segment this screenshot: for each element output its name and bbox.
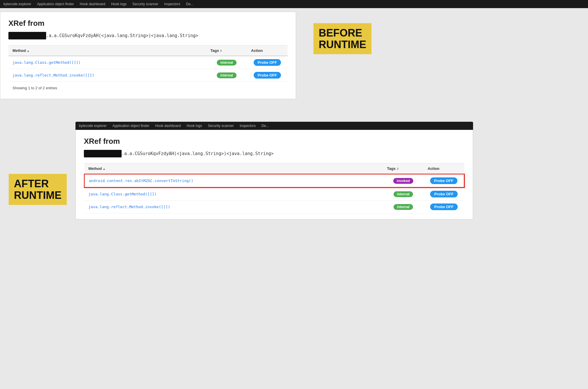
tag-badge: internal: [217, 72, 236, 78]
after-panel-content: XRef from .a.a.CGSuroKqvFzdyAH(<java.lan…: [76, 130, 473, 219]
before-method-signature: .a.a.CGSuroKqvFzdyAH(<java.lang.String>)…: [8, 32, 288, 39]
after-panel: XRef from .a.a.CGSuroKqvFzdyAH(<java.lan…: [75, 130, 473, 219]
before-table: Method Tags Action java.lang.Class.getMe…: [8, 45, 288, 82]
before-method-text: .a.a.CGSuroKqvFzdyAH(<java.lang.String>)…: [46, 33, 198, 38]
method-cell: android.content.res.abItMZGC.convertToSt…: [84, 174, 383, 188]
before-panel-content: XRef from .a.a.CGSuroKqvFzdyAH(<java.lan…: [0, 12, 296, 99]
before-showing-text: Showing 1 to 2 of 2 entries: [8, 82, 288, 93]
after-nav-hook-logs[interactable]: Hook logs: [187, 124, 202, 128]
after-method-signature: .a.a.CGSuroKqvFzdyAH(<java.lang.String>)…: [84, 150, 465, 157]
tag-cell: internal: [206, 56, 247, 69]
before-runtime-label: BEFORE RUNTIME: [313, 23, 371, 54]
table-row: java.lang.Class.getMethod([]]) internal …: [84, 188, 464, 201]
method-link[interactable]: android.content.res.abItMZGC.convertToSt…: [89, 179, 193, 183]
before-panel-container: XRef from .a.a.CGSuroKqvFzdyAH(<java.lan…: [0, 12, 296, 99]
table-row: java.lang.reflect.Method.invoke([]]) int…: [8, 69, 288, 82]
after-table-header: Method Tags Action: [84, 163, 464, 174]
tag-cell: internal: [383, 201, 424, 213]
tag-cell: internal: [383, 188, 424, 201]
after-col-action-header: Action: [424, 163, 464, 174]
probe-button[interactable]: Probe OFF: [430, 191, 457, 197]
nav-hook-dashboard[interactable]: Hook dashboard: [80, 2, 105, 6]
tag-badge: internal: [394, 191, 413, 197]
after-redacted-block: [84, 150, 122, 157]
before-xref-title: XRef from: [8, 19, 288, 28]
action-cell: Probe OFF: [247, 56, 288, 69]
after-nav-security-scanner[interactable]: Security scanner: [208, 124, 234, 128]
nav-security-scanner[interactable]: Security scanner: [132, 2, 158, 6]
method-link[interactable]: java.lang.Class.getMethod([]]): [12, 60, 81, 65]
probe-button[interactable]: Probe OFF: [430, 177, 457, 184]
after-nav-inspectors[interactable]: Inspectors: [240, 124, 256, 128]
method-cell: java.lang.reflect.Method.invoke([]]): [8, 69, 206, 82]
nav-more[interactable]: De...: [186, 2, 193, 6]
after-table: Method Tags Action android.content.res.a…: [84, 163, 465, 213]
after-nav-more[interactable]: De...: [261, 124, 269, 128]
after-xref-title: XRef from: [84, 137, 465, 146]
nav-inspectors[interactable]: Inspectors: [164, 2, 180, 6]
action-cell: Probe OFF: [424, 188, 464, 201]
before-col-tags-header[interactable]: Tags: [206, 46, 247, 56]
method-link[interactable]: java.lang.reflect.Method.invoke([]]): [12, 73, 94, 77]
probe-button[interactable]: Probe OFF: [254, 72, 281, 79]
nav-app-object-finder[interactable]: Application object finder: [37, 2, 74, 6]
tag-cell: invoked: [383, 174, 424, 188]
after-nav-app-object-finder[interactable]: Application object finder: [112, 124, 149, 128]
action-cell: Probe OFF: [424, 174, 464, 188]
after-nav-bar: bytecode explorer Application object fin…: [75, 122, 473, 130]
table-row: java.lang.reflect.Method.invoke([]]) int…: [84, 201, 464, 213]
after-method-text: .a.a.CGSuroKqvFzdyAH(<java.lang.String>)…: [122, 151, 274, 156]
after-col-tags-header[interactable]: Tags: [383, 163, 424, 174]
before-redacted-block: [8, 32, 46, 39]
before-panel: XRef from .a.a.CGSuroKqvFzdyAH(<java.lan…: [0, 12, 296, 99]
before-col-action-header: Action: [247, 46, 288, 56]
method-cell: java.lang.Class.getMethod([]]): [84, 188, 383, 201]
method-cell: java.lang.reflect.Method.invoke([]]): [84, 201, 383, 213]
after-nav-bytecode-explorer[interactable]: bytecode explorer: [79, 124, 107, 128]
tag-badge: internal: [217, 60, 236, 66]
probe-button[interactable]: Probe OFF: [430, 203, 457, 210]
before-table-header: Method Tags Action: [8, 46, 288, 56]
after-runtime-label: AFTER RUNTIME: [9, 174, 67, 205]
before-col-method-header[interactable]: Method: [8, 46, 206, 56]
method-cell: java.lang.Class.getMethod([]]): [8, 56, 206, 69]
before-table-body: java.lang.Class.getMethod([]]) internal …: [8, 56, 288, 82]
method-link[interactable]: java.lang.reflect.Method.invoke([]]): [89, 205, 170, 209]
table-row: java.lang.Class.getMethod([]]) internal …: [8, 56, 288, 69]
tag-badge: invoked: [393, 178, 413, 184]
after-table-body: android.content.res.abItMZGC.convertToSt…: [84, 174, 464, 213]
table-row: android.content.res.abItMZGC.convertToSt…: [84, 174, 464, 188]
method-link[interactable]: java.lang.Class.getMethod([]]): [89, 192, 157, 196]
nav-hook-logs[interactable]: Hook logs: [111, 2, 127, 6]
after-panel-container: bytecode explorer Application object fin…: [75, 122, 473, 219]
tag-badge: internal: [394, 204, 413, 210]
action-cell: Probe OFF: [424, 201, 464, 213]
nav-bytecode-explorer[interactable]: bytecode explorer: [3, 2, 31, 6]
tag-cell: internal: [206, 69, 247, 82]
action-cell: Probe OFF: [247, 69, 288, 82]
probe-button[interactable]: Probe OFF: [254, 59, 281, 66]
after-col-method-header[interactable]: Method: [84, 163, 383, 174]
nav-bar: bytecode explorer Application object fin…: [0, 0, 588, 8]
after-nav-hook-dashboard[interactable]: Hook dashboard: [155, 124, 181, 128]
